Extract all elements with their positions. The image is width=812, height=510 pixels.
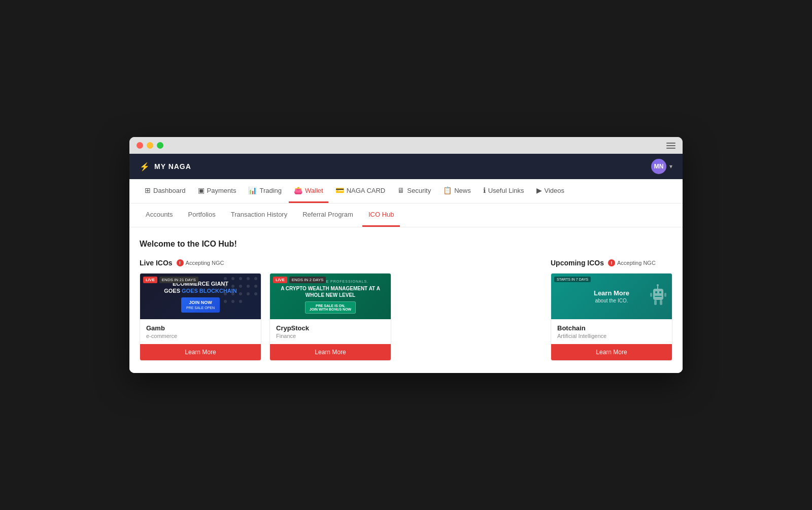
- svg-rect-24: [650, 293, 652, 297]
- nav-item-security[interactable]: 🖥 Security: [392, 179, 436, 203]
- svg-rect-26: [654, 300, 657, 305]
- security-icon: 🖥: [397, 186, 404, 194]
- svg-point-4: [254, 277, 257, 280]
- botchain-graphic: [649, 283, 667, 310]
- botchain-category: Artificial Intelligence: [557, 333, 666, 339]
- sub-nav-portfolios[interactable]: Portfolios: [182, 203, 221, 227]
- gamb-card-info: Gamb e-commerce: [140, 319, 261, 339]
- svg-point-3: [247, 277, 250, 280]
- crypstock-category: Finance: [276, 333, 385, 339]
- avatar: MN: [651, 159, 666, 174]
- upcoming-accepting-label: Accepting NGC: [617, 260, 656, 266]
- traffic-light-red[interactable]: [137, 142, 143, 149]
- videos-icon: ▶: [536, 186, 542, 194]
- crypstock-name: CrypStock: [276, 324, 385, 332]
- ico-card-botchain: STARTS IN 7 DAYS Learn More about the IC…: [551, 273, 672, 361]
- upcoming-accepting-badge: ! Accepting NGC: [608, 259, 656, 266]
- traffic-light-yellow[interactable]: [147, 142, 153, 149]
- wallet-icon: 👛: [294, 186, 302, 194]
- live-ico-grid: ECOMMERCE GIANT GOES GOES BLOCKCHAIN JOI…: [140, 273, 530, 361]
- upcoming-accepting-icon: !: [608, 259, 615, 266]
- upcoming-icos-section: Upcoming ICOs ! Accepting NGC STARTS IN …: [551, 259, 672, 361]
- svg-point-7: [239, 285, 242, 288]
- svg-point-14: [254, 292, 257, 295]
- payments-icon: ▣: [198, 186, 205, 194]
- svg-rect-25: [664, 293, 666, 297]
- gamb-live-badge: LIVE ENDS IN 21 DAYS: [143, 277, 198, 283]
- crypstock-card-info: CrypStock Finance: [270, 319, 391, 339]
- news-icon: 📋: [443, 186, 452, 194]
- botchain-card-info: Botchain Artificial Intelligence: [551, 319, 672, 339]
- brand-name: MY NAGA: [154, 162, 191, 171]
- welcome-title: Welcome to the ICO Hub!: [140, 240, 672, 249]
- svg-point-23: [657, 284, 659, 286]
- sub-nav-accounts[interactable]: Accounts: [140, 203, 179, 227]
- svg-point-8: [247, 285, 250, 288]
- svg-rect-18: [653, 289, 663, 300]
- gamb-category: e-commerce: [146, 333, 255, 339]
- botchain-banner-main: Learn More: [594, 289, 629, 298]
- nav-item-naga-card[interactable]: 💳 NAGA CARD: [330, 179, 391, 203]
- nav-item-useful-links[interactable]: ℹ Useful Links: [478, 179, 529, 203]
- hamburger-menu[interactable]: [666, 143, 675, 149]
- brand-logo: ⚡ MY NAGA: [140, 162, 191, 172]
- upcoming-ico-grid: STARTS IN 7 DAYS Learn More about the IC…: [551, 273, 672, 361]
- traffic-light-green[interactable]: [157, 142, 163, 149]
- crypstock-live-badge: LIVE ENDS IN 2 DAYS: [273, 277, 326, 283]
- brand-icon: ⚡: [140, 162, 150, 172]
- nav-label-useful-links: Useful Links: [488, 187, 524, 194]
- crypstock-banner-main: A CRYPTO WEALTH MANAGEMENT AT A WHOLE NE…: [274, 285, 387, 298]
- chevron-down-icon: ▾: [669, 163, 672, 170]
- sub-nav: Accounts Portfolios Transaction History …: [129, 203, 683, 227]
- browser-window: ⚡ MY NAGA MN ▾ ⊞ Dashboard ▣ Payments 📊: [129, 137, 683, 373]
- crypstock-learn-more-button[interactable]: Learn More: [270, 344, 391, 360]
- svg-point-9: [254, 285, 257, 288]
- nav-label-trading: Trading: [259, 187, 282, 194]
- nav-item-payments[interactable]: ▣ Payments: [193, 179, 242, 203]
- gamb-name: Gamb: [146, 324, 255, 332]
- user-area[interactable]: MN ▾: [651, 159, 672, 174]
- sub-nav-ico-hub[interactable]: ICO Hub: [362, 203, 400, 227]
- upcoming-section-header: Upcoming ICOs ! Accepting NGC: [551, 259, 672, 267]
- svg-rect-27: [660, 300, 662, 305]
- sub-nav-transaction-history[interactable]: Transaction History: [225, 203, 294, 227]
- botchain-learn-more-button[interactable]: Learn More: [551, 344, 672, 360]
- ico-card-crypstock: LEAVE IT TO THE PROFESSIONALS. A CRYPTO …: [269, 273, 391, 361]
- nav-item-trading[interactable]: 📊 Trading: [243, 179, 287, 203]
- gamb-ends-tag: ENDS IN 21 DAYS: [159, 277, 198, 283]
- naga-card-icon: 💳: [335, 186, 344, 194]
- gamb-learn-more-button[interactable]: Learn More: [140, 344, 261, 360]
- nav-label-dashboard: Dashboard: [153, 187, 186, 194]
- gamb-join-button[interactable]: JOIN NOW PRE SALE OPEN: [181, 297, 220, 313]
- live-section-title: Live ICOs: [140, 259, 173, 267]
- svg-rect-21: [655, 296, 662, 297]
- nav-label-news: News: [454, 187, 471, 194]
- svg-rect-20: [659, 291, 661, 293]
- svg-rect-19: [655, 291, 657, 293]
- nav-item-wallet[interactable]: 👛 Wallet: [289, 179, 328, 203]
- nav-item-videos[interactable]: ▶ Videos: [531, 179, 570, 203]
- ico-hub-content: Welcome to the ICO Hub! Live ICOs ! Acce…: [129, 227, 683, 373]
- nav-label-payments: Payments: [207, 187, 236, 194]
- upcoming-section-title: Upcoming ICOs: [551, 259, 604, 267]
- useful-links-icon: ℹ: [483, 186, 486, 194]
- crypstock-presale-badge: PRE SALE IS ON, JOIN WITH BONUS NOW: [305, 301, 356, 314]
- crypstock-live-tag: LIVE: [273, 277, 287, 283]
- botchain-banner-sub: about the ICO.: [595, 298, 628, 303]
- dashboard-icon: ⊞: [145, 186, 151, 194]
- nav-item-dashboard[interactable]: ⊞ Dashboard: [140, 179, 191, 203]
- botchain-starts-badge: STARTS IN 7 DAYS: [554, 277, 591, 282]
- nav-label-naga-card: NAGA CARD: [347, 187, 386, 194]
- nav-label-security: Security: [407, 187, 431, 194]
- nav-label-videos: Videos: [545, 187, 565, 194]
- gamb-live-tag: LIVE: [143, 277, 157, 283]
- sub-nav-referral-program[interactable]: Referral Program: [296, 203, 359, 227]
- nav-item-news[interactable]: 📋 News: [438, 179, 476, 203]
- live-accepting-badge: ! Accepting NGC: [177, 259, 224, 266]
- svg-point-12: [239, 292, 242, 295]
- gamb-banner: ECOMMERCE GIANT GOES GOES BLOCKCHAIN JOI…: [140, 274, 261, 319]
- top-navbar: ⚡ MY NAGA MN ▾: [129, 154, 683, 179]
- botchain-banner: STARTS IN 7 DAYS Learn More about the IC…: [551, 274, 672, 319]
- nav-label-wallet: Wallet: [305, 187, 323, 194]
- svg-point-17: [239, 300, 242, 303]
